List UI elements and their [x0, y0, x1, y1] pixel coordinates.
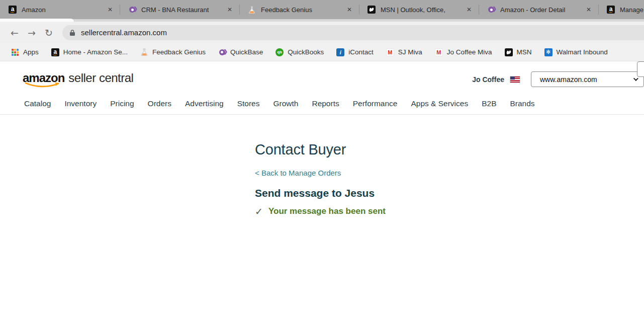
bookmarks-bar: Apps a Home - Amazon Se... Feedback Geni…: [0, 43, 644, 61]
tab-title: MSN | Outlook, Office,: [381, 6, 465, 14]
main-content: Contact Buyer < Back to Manage Orders Se…: [0, 141, 644, 217]
send-message-heading: Send message to Jesus: [255, 187, 644, 199]
bookmark-label: Apps: [23, 48, 39, 56]
nav-item-orders[interactable]: Orders: [148, 99, 171, 108]
nav-item-brands[interactable]: Brands: [510, 99, 534, 108]
seller-central-header: amazon seller central Jo Coffee www.amaz…: [0, 61, 644, 93]
seller-central-logo[interactable]: amazon seller central: [23, 71, 133, 85]
bookmark-label: Home - Amazon Se...: [63, 48, 128, 56]
bookmark-apps[interactable]: Apps: [7, 47, 43, 57]
nav-item-pricing[interactable]: Pricing: [110, 99, 134, 108]
nav-item-inventory[interactable]: Inventory: [64, 99, 97, 108]
flask-icon: [248, 6, 256, 14]
tab-title: CRM - BNA Restaurant: [141, 6, 225, 14]
bookmark-home-amazon[interactable]: a Home - Amazon Se...: [47, 47, 132, 58]
close-icon[interactable]: ✕: [465, 6, 474, 14]
back-to-manage-orders-link[interactable]: < Back to Manage Orders: [255, 169, 341, 177]
tab-manage-orders[interactable]: a Manage O: [598, 0, 644, 19]
reload-button[interactable]: ↻: [40, 24, 57, 41]
account-area: Jo Coffee www.amazon.com: [472, 71, 644, 87]
amazon-favicon-icon: a: [51, 48, 59, 56]
bookmark-sj-miva[interactable]: M SJ Miva: [382, 47, 426, 58]
main-navigation: Catalog Inventory Pricing Orders Adverti…: [0, 93, 644, 115]
quickbase-icon: ❯: [487, 6, 495, 14]
tab-amazon[interactable]: a Amazon ✕: [0, 0, 120, 19]
amazon-favicon-icon: a: [607, 6, 615, 14]
close-icon[interactable]: ✕: [345, 6, 354, 14]
close-icon[interactable]: ✕: [106, 6, 115, 14]
check-icon: ✓: [255, 206, 263, 217]
bookmark-quickbooks[interactable]: qb QuickBooks: [271, 47, 328, 58]
success-message-text: Your message has been sent: [268, 206, 386, 216]
tab-title: Amazon: [22, 6, 106, 14]
tab-title: Amazon - Order Detail: [500, 6, 584, 14]
seller-central-page: amazon seller central Jo Coffee www.amaz…: [0, 61, 644, 217]
nav-item-stores[interactable]: Stores: [237, 99, 260, 108]
quickbooks-icon: qb: [275, 48, 284, 56]
tab-strip: a Amazon ✕ ❯ CRM - BNA Restaurant ✕ Feed…: [0, 0, 644, 19]
bookmark-feedback-genius[interactable]: Feedback Genius: [136, 47, 210, 58]
bookmark-icontact[interactable]: i iContact: [332, 47, 378, 58]
forward-button[interactable]: →: [23, 24, 40, 41]
active-tab-indicator: [0, 19, 74, 22]
tab-feedback-genius[interactable]: Feedback Genius ✕: [239, 0, 359, 19]
browser-toolbar: ← → ↻ sellercentral.amazon.com: [0, 22, 644, 43]
page-title: Contact Buyer: [255, 141, 644, 158]
success-message-row: ✓ Your message has been sent: [255, 206, 644, 217]
back-button[interactable]: ←: [6, 24, 23, 41]
marketplace-value: www.amazon.com: [540, 75, 597, 84]
account-name: Jo Coffee: [472, 75, 504, 84]
bookmark-msn[interactable]: MSN: [501, 47, 536, 58]
lock-icon: [69, 29, 75, 36]
msn-icon: [367, 6, 376, 14]
icontact-icon: i: [336, 48, 344, 56]
gmail-icon: M: [435, 48, 443, 56]
nav-item-advertising[interactable]: Advertising: [185, 99, 224, 108]
bookmark-label: Jo Coffee Miva: [447, 48, 492, 56]
tab-title: Manage O: [620, 6, 644, 14]
amazon-favicon-icon: a: [9, 6, 17, 14]
browser-window: a Amazon ✕ ❯ CRM - BNA Restaurant ✕ Feed…: [0, 0, 644, 312]
tab-amazon-order-detail[interactable]: ❯ Amazon - Order Detail ✕: [479, 0, 598, 19]
close-icon[interactable]: ✕: [225, 6, 234, 14]
marketplace-selector[interactable]: www.amazon.com: [531, 71, 644, 87]
gmail-icon: M: [386, 48, 394, 56]
nav-item-catalog[interactable]: Catalog: [24, 99, 51, 108]
quickbase-icon: ❯: [218, 48, 226, 56]
amazon-smile-icon: [25, 82, 61, 88]
url-text[interactable]: sellercentral.amazon.com: [81, 28, 167, 37]
nav-item-apps-services[interactable]: Apps & Services: [411, 99, 468, 108]
tab-title: Feedback Genius: [261, 6, 345, 14]
nav-item-b2b[interactable]: B2B: [482, 99, 496, 108]
address-bar[interactable]: sellercentral.amazon.com: [62, 25, 644, 40]
bookmark-label: QuickBooks: [288, 48, 324, 56]
bookmark-label: MSN: [517, 48, 532, 56]
bookmark-label: Walmart Inbound: [557, 48, 608, 56]
quickbase-icon: ❯: [128, 6, 136, 14]
bookmark-quickbase[interactable]: ❯ QuickBase: [214, 47, 267, 58]
tab-strip-edge: [0, 19, 644, 22]
flask-icon: [140, 48, 148, 56]
walmart-icon: ✻: [544, 48, 553, 56]
close-icon[interactable]: ✕: [584, 6, 593, 14]
seller-central-logo-text: seller central: [68, 71, 133, 85]
nav-item-performance[interactable]: Performance: [353, 99, 398, 108]
bookmark-label: Feedback Genius: [152, 48, 206, 56]
nav-item-growth[interactable]: Growth: [273, 99, 298, 108]
bookmark-label: QuickBase: [230, 48, 263, 56]
bookmark-walmart-inbound[interactable]: ✻ Walmart Inbound: [540, 47, 612, 58]
apps-grid-icon: [11, 49, 19, 56]
us-flag-icon: [510, 76, 520, 83]
bookmark-label: SJ Miva: [398, 48, 422, 56]
bookmark-jo-coffee-miva[interactable]: M Jo Coffee Miva: [431, 47, 496, 58]
tab-crm-bna[interactable]: ❯ CRM - BNA Restaurant ✕: [120, 0, 239, 19]
bookmark-label: iContact: [348, 48, 374, 56]
search-input-partial[interactable]: [637, 61, 644, 77]
nav-item-reports[interactable]: Reports: [312, 99, 339, 108]
msn-icon: [505, 48, 513, 56]
tab-msn-outlook[interactable]: MSN | Outlook, Office, ✕: [359, 0, 479, 19]
